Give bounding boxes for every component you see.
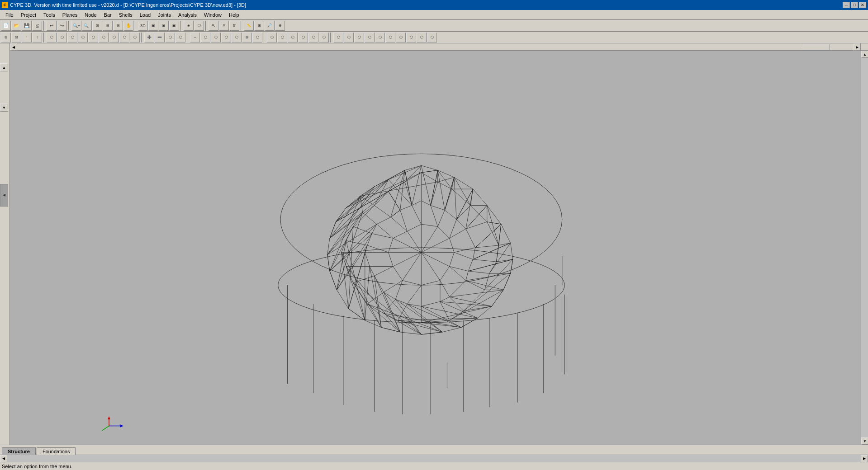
menu-shells[interactable]: Shells [115,11,136,19]
tb2-btn-14[interactable]: ➕ [144,33,154,42]
tb2-btn-21[interactable]: ⬡ [221,33,231,42]
tb2-btn-7[interactable]: ⬡ [67,33,77,42]
tb2-btn-38[interactable]: ⬡ [406,33,416,42]
tb2-btn-26[interactable]: ⬡ [277,33,287,42]
tb2-btn-11[interactable]: ⬡ [109,33,119,42]
tb2-btn-1[interactable]: ⊞ [1,33,11,42]
hscroll-left-button[interactable]: ◀ [0,455,7,462]
tb2-btn-31[interactable]: ⬡ [333,33,343,42]
move-button[interactable]: ✕ [219,21,229,31]
center-button[interactable]: ⊕ [275,21,285,31]
left-panel-btn2[interactable]: ▼ [0,103,8,112]
tb2-btn-20[interactable]: ⬡ [211,33,221,42]
zoom-window-button[interactable]: ⊞ [103,21,113,31]
canvas-right-arrow[interactable]: ▶ [854,43,861,51]
maximize-button[interactable]: □ [851,2,858,8]
menu-file[interactable]: File [2,11,17,19]
pan-button[interactable]: ✋ [123,21,133,31]
left-panel-btn1[interactable]: ▲ [0,63,8,71]
measure-button[interactable]: 📏 [244,21,254,31]
tb2-btn-19[interactable]: ⬡ [200,33,210,42]
zoom-prev-button[interactable]: ⊟ [113,21,123,31]
print-button[interactable]: 🖨 [32,21,42,31]
bottom-scrollbar[interactable]: ◀ ▶ [0,455,868,462]
tb2-btn-9[interactable]: ⬡ [88,33,98,42]
tb2-btn-36[interactable]: ⬡ [385,33,395,42]
menu-analysis[interactable]: Analysis [175,11,200,19]
wire-button[interactable]: ⬡ [194,21,204,31]
tb2-btn-33[interactable]: ⬡ [354,33,364,42]
tb2-btn-5[interactable]: ⬡ [47,33,57,42]
menu-tools[interactable]: Tools [40,11,59,19]
tb2-btn-17[interactable]: ⬡ [175,33,185,42]
tb2-btn-22[interactable]: ⬡ [232,33,242,42]
tb2-btn-23[interactable]: ⊞ [242,33,252,42]
redo-button[interactable]: ↪ [57,21,67,31]
tb2-btn-32[interactable]: ⬡ [344,33,354,42]
menu-window[interactable]: Window [200,11,225,19]
tb2-btn-29[interactable]: ⬡ [308,33,318,42]
tb2-btn-12[interactable]: ⬡ [119,33,129,42]
tb2-btn-6[interactable]: ⬡ [57,33,67,42]
tb2-btn-30[interactable]: ⬡ [319,33,329,42]
grid-button[interactable]: ⊞ [254,21,264,31]
scroll-track-v[interactable] [861,58,868,437]
tb2-btn-37[interactable]: ⬡ [396,33,406,42]
tb2-btn-18[interactable]: ↔ [190,33,200,42]
titlebar-controls[interactable]: ─ □ ✕ [843,2,866,8]
undo-button[interactable]: ↩ [47,21,57,31]
tb2-btn-24[interactable]: ⬡ [252,33,262,42]
zoom-in-button[interactable]: 🔍+ [71,21,81,31]
tb2-btn-4[interactable]: ↕ [32,33,42,42]
tb2-btn-13[interactable]: ⬡ [130,33,140,42]
menu-bar[interactable]: Bar [100,11,115,19]
tb2-btn-15[interactable]: ➖ [155,33,165,42]
menu-help[interactable]: Help [225,11,243,19]
zoom-all-button[interactable]: ⊡ [92,21,102,31]
tb2-btn-34[interactable]: ⬡ [365,33,375,42]
tb2-btn-16[interactable]: ⬡ [165,33,175,42]
tb2-btn-2[interactable]: ⊡ [11,33,21,42]
top-scrollbar-track[interactable] [10,43,832,51]
view-top-button[interactable]: ▣ [169,21,179,31]
hscroll-track[interactable] [7,455,861,462]
zoom-out-button[interactable]: 🔍- [82,21,92,31]
canvas-area[interactable]: ▲ ▼ ◀ ▶ [10,43,868,445]
close-button[interactable]: ✕ [859,2,866,8]
tb2-btn-8[interactable]: ⬡ [78,33,88,42]
menu-planes[interactable]: Planes [59,11,81,19]
top-scrollbar-area[interactable] [832,43,868,51]
tb2-btn-27[interactable]: ⬡ [288,33,298,42]
canvas-left-arrow[interactable]: ◀ [10,43,17,51]
delete-button[interactable]: 🗑 [229,21,239,31]
tb2-btn-10[interactable]: ⬡ [99,33,109,42]
collapse-left-button[interactable]: ◀ [0,184,8,207]
open-button[interactable]: 📂 [11,21,21,31]
view3d-button[interactable]: 3D [138,21,148,31]
view-side-button[interactable]: ▣ [159,21,169,31]
top-scroll-thumb[interactable] [803,44,830,50]
new-button[interactable]: 📄 [1,21,11,31]
select-button[interactable]: ↖ [209,21,218,31]
menu-project[interactable]: Project [17,11,40,19]
menu-load[interactable]: Load [136,11,154,19]
tb2-btn-40[interactable]: ⬡ [427,33,437,42]
tb2-btn-25[interactable]: ⬡ [267,33,277,42]
right-scrollbar[interactable]: ▲ ▼ [861,51,868,445]
find-button[interactable]: 🔎 [265,21,275,31]
view-front-button[interactable]: ▣ [148,21,158,31]
render-button[interactable]: ◈ [184,21,194,31]
hscroll-right-button[interactable]: ▶ [861,455,868,462]
minimize-button[interactable]: ─ [843,2,850,8]
save-button[interactable]: 💾 [22,21,32,31]
menu-joints[interactable]: Joints [154,11,175,19]
tab-foundations[interactable]: Foundations [37,447,76,455]
tb2-btn-35[interactable]: ⬡ [375,33,385,42]
tb2-btn-28[interactable]: ⬡ [298,33,308,42]
scroll-down-button[interactable]: ▼ [861,437,868,445]
tab-structure[interactable]: Structure [2,447,36,455]
menu-node[interactable]: Node [81,11,100,19]
tb2-btn-39[interactable]: ⬡ [417,33,427,42]
tb2-btn-3[interactable]: ↑ [22,33,32,42]
scroll-up-button[interactable]: ▲ [861,51,868,58]
